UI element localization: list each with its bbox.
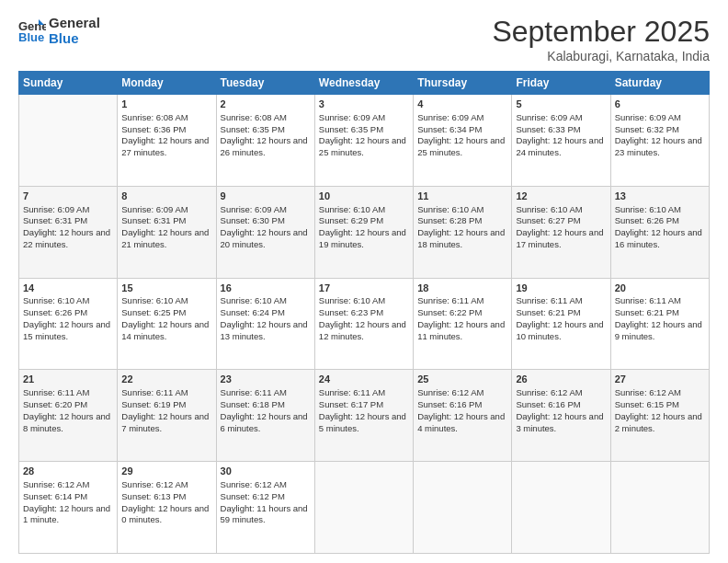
day-number: 8 [121,190,211,203]
table-row: 28Sunrise: 6:12 AMSunset: 6:14 PMDayligh… [19,462,118,554]
logo-icon: General Blue [18,17,46,43]
day-number: 29 [121,465,211,478]
day-number: 23 [221,373,311,386]
table-row: 10Sunrise: 6:10 AMSunset: 6:29 PMDayligh… [314,186,413,278]
location: Kalaburagi, Karnataka, India [492,49,710,63]
table-row: 13Sunrise: 6:10 AMSunset: 6:26 PMDayligh… [610,186,709,278]
sunrise-text: Sunrise: 6:10 AM [615,204,705,216]
sunset-text: Sunset: 6:22 PM [417,307,507,319]
daylight-text: Daylight: 12 hours and 25 minutes. [319,135,409,159]
calendar-week-row: 14Sunrise: 6:10 AMSunset: 6:26 PMDayligh… [19,278,710,370]
sunset-text: Sunset: 6:31 PM [121,215,211,227]
table-row: 27Sunrise: 6:12 AMSunset: 6:15 PMDayligh… [610,370,709,462]
day-number: 14 [23,282,113,295]
sunrise-text: Sunrise: 6:09 AM [23,204,113,216]
table-row [414,462,512,554]
day-number: 16 [221,282,311,295]
calendar-table: Sunday Monday Tuesday Wednesday Thursday… [18,71,710,554]
day-number: 19 [516,282,606,295]
sunrise-text: Sunrise: 6:08 AM [221,112,311,124]
daylight-text: Daylight: 12 hours and 22 minutes. [23,227,113,251]
sunset-text: Sunset: 6:35 PM [319,124,409,136]
daylight-text: Daylight: 12 hours and 15 minutes. [23,319,113,343]
sunrise-text: Sunrise: 6:12 AM [23,479,113,491]
table-row: 18Sunrise: 6:11 AMSunset: 6:22 PMDayligh… [414,278,512,370]
day-number: 2 [221,98,311,111]
sunrise-text: Sunrise: 6:09 AM [319,112,409,124]
sunset-text: Sunset: 6:14 PM [23,491,113,503]
daylight-text: Daylight: 12 hours and 20 minutes. [221,227,311,251]
daylight-text: Daylight: 12 hours and 17 minutes. [516,227,606,251]
day-number: 12 [516,190,606,203]
table-row: 29Sunrise: 6:12 AMSunset: 6:13 PMDayligh… [118,462,216,554]
day-number: 5 [516,98,606,111]
daylight-text: Daylight: 12 hours and 13 minutes. [221,319,311,343]
table-row: 7Sunrise: 6:09 AMSunset: 6:31 PMDaylight… [19,186,118,278]
day-number: 15 [121,282,211,295]
table-row: 23Sunrise: 6:11 AMSunset: 6:18 PMDayligh… [216,370,314,462]
table-row [610,462,709,554]
sunset-text: Sunset: 6:15 PM [615,399,705,411]
day-number: 6 [615,98,705,111]
table-row: 16Sunrise: 6:10 AMSunset: 6:24 PMDayligh… [216,278,314,370]
page: General Blue General Blue September 2025… [0,0,728,563]
day-number: 11 [417,190,507,203]
table-row: 2Sunrise: 6:08 AMSunset: 6:35 PMDaylight… [216,95,314,187]
sunrise-text: Sunrise: 6:11 AM [615,295,705,307]
day-number: 20 [615,282,705,295]
daylight-text: Daylight: 12 hours and 2 minutes. [615,411,705,435]
logo-blue: Blue [49,30,100,46]
table-row: 5Sunrise: 6:09 AMSunset: 6:33 PMDaylight… [512,95,610,187]
sunrise-text: Sunrise: 6:11 AM [121,387,211,399]
logo-general: General [49,15,100,30]
table-row: 11Sunrise: 6:10 AMSunset: 6:28 PMDayligh… [414,186,512,278]
sunset-text: Sunset: 6:24 PM [221,307,311,319]
header: General Blue General Blue September 2025… [18,15,710,63]
day-number: 10 [319,190,409,203]
daylight-text: Daylight: 11 hours and 59 minutes. [221,503,311,527]
table-row: 24Sunrise: 6:11 AMSunset: 6:17 PMDayligh… [314,370,413,462]
sunset-text: Sunset: 6:27 PM [516,215,606,227]
table-row: 4Sunrise: 6:09 AMSunset: 6:34 PMDaylight… [414,95,512,187]
sunrise-text: Sunrise: 6:11 AM [417,295,507,307]
daylight-text: Daylight: 12 hours and 16 minutes. [615,227,705,251]
col-tuesday: Tuesday [216,72,314,95]
table-row: 21Sunrise: 6:11 AMSunset: 6:20 PMDayligh… [19,370,118,462]
col-friday: Friday [512,72,610,95]
sunrise-text: Sunrise: 6:09 AM [121,204,211,216]
day-number: 1 [121,98,211,111]
table-row: 15Sunrise: 6:10 AMSunset: 6:25 PMDayligh… [118,278,216,370]
col-saturday: Saturday [610,72,709,95]
daylight-text: Daylight: 12 hours and 23 minutes. [615,135,705,159]
col-thursday: Thursday [414,72,512,95]
table-row [19,95,118,187]
table-row: 12Sunrise: 6:10 AMSunset: 6:27 PMDayligh… [512,186,610,278]
svg-text:Blue: Blue [18,30,44,43]
sunset-text: Sunset: 6:23 PM [319,307,409,319]
table-row: 17Sunrise: 6:10 AMSunset: 6:23 PMDayligh… [314,278,413,370]
table-row: 25Sunrise: 6:12 AMSunset: 6:16 PMDayligh… [414,370,512,462]
sunset-text: Sunset: 6:13 PM [121,491,211,503]
sunset-text: Sunset: 6:26 PM [615,215,705,227]
calendar-week-row: 7Sunrise: 6:09 AMSunset: 6:31 PMDaylight… [19,186,710,278]
logo: General Blue General Blue [18,15,100,46]
daylight-text: Daylight: 12 hours and 18 minutes. [417,227,507,251]
table-row: 1Sunrise: 6:08 AMSunset: 6:36 PMDaylight… [118,95,216,187]
sunset-text: Sunset: 6:36 PM [121,124,211,136]
sunset-text: Sunset: 6:34 PM [417,124,507,136]
daylight-text: Daylight: 12 hours and 8 minutes. [23,411,113,435]
sunrise-text: Sunrise: 6:09 AM [516,112,606,124]
daylight-text: Daylight: 12 hours and 25 minutes. [417,135,507,159]
daylight-text: Daylight: 12 hours and 21 minutes. [121,227,211,251]
table-row: 6Sunrise: 6:09 AMSunset: 6:32 PMDaylight… [610,95,709,187]
daylight-text: Daylight: 12 hours and 4 minutes. [417,411,507,435]
day-number: 24 [319,373,409,386]
sunset-text: Sunset: 6:17 PM [319,399,409,411]
daylight-text: Daylight: 12 hours and 19 minutes. [319,227,409,251]
calendar-week-row: 28Sunrise: 6:12 AMSunset: 6:14 PMDayligh… [19,462,710,554]
table-row: 3Sunrise: 6:09 AMSunset: 6:35 PMDaylight… [314,95,413,187]
day-number: 25 [417,373,507,386]
sunset-text: Sunset: 6:29 PM [319,215,409,227]
sunrise-text: Sunrise: 6:11 AM [319,387,409,399]
title-block: September 2025 Kalaburagi, Karnataka, In… [492,15,710,63]
